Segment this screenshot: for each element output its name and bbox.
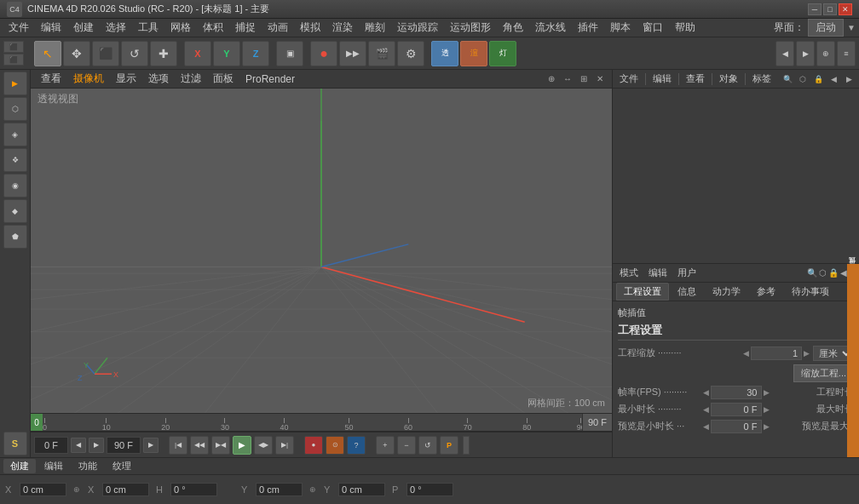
- vp-menu-panel[interactable]: 面板: [208, 71, 239, 87]
- minimize-button[interactable]: ─: [808, 3, 822, 15]
- tab-ref[interactable]: 参考: [749, 283, 783, 301]
- y-axis-button[interactable]: Y: [213, 41, 240, 66]
- mode-icon-3[interactable]: ◀: [840, 268, 847, 278]
- coord-x-value[interactable]: 0 cm: [20, 483, 66, 496]
- vp-menu-view[interactable]: 查看: [36, 71, 66, 87]
- preview-min-inc[interactable]: ▶: [764, 422, 770, 431]
- movie-btn[interactable]: 🎬: [368, 41, 395, 66]
- transport-handle[interactable]: [463, 436, 470, 455]
- startup-button[interactable]: 启动: [808, 19, 844, 37]
- add-keyframe-btn[interactable]: +: [376, 436, 395, 455]
- sidebar-btn-4[interactable]: ❖: [3, 148, 27, 172]
- sidebar-btn-s[interactable]: S: [3, 432, 27, 455]
- go-end-btn[interactable]: ▶|: [275, 436, 294, 455]
- min-time-inc[interactable]: ▶: [764, 405, 770, 414]
- record-btn[interactable]: ●: [310, 41, 337, 66]
- tab-dynamics[interactable]: 动力学: [705, 283, 748, 301]
- vp-icon-1[interactable]: ⊕: [545, 72, 558, 86]
- obj-icon-5[interactable]: ▶: [842, 72, 856, 86]
- vp-menu-options[interactable]: 选项: [143, 71, 174, 87]
- menu-render[interactable]: 渲染: [327, 19, 358, 37]
- vp-icon-close[interactable]: ✕: [593, 72, 607, 86]
- del-keyframe-btn[interactable]: −: [397, 436, 416, 455]
- mode-icon-1[interactable]: ⬡: [819, 268, 827, 278]
- scale-project-btn[interactable]: 缩放工程...: [793, 364, 854, 382]
- coord-y-value[interactable]: 0 cm: [256, 483, 303, 496]
- rotate-tool-button[interactable]: ↺: [121, 41, 148, 66]
- current-frame-display[interactable]: 0 F: [34, 437, 68, 454]
- timeline-track[interactable]: 0 10 20 30 40 50 60 70 80 90: [43, 413, 582, 432]
- menu-motion-track[interactable]: 运动跟踪: [392, 19, 443, 37]
- menu-mesh[interactable]: 网格: [165, 19, 196, 37]
- obj-menu-view[interactable]: 查看: [683, 72, 708, 86]
- perspective-view-btn[interactable]: 透: [431, 41, 458, 66]
- tb-right-btn-4[interactable]: ≡: [837, 41, 856, 66]
- move-tool-button[interactable]: ✥: [63, 41, 90, 66]
- end-frame-display[interactable]: 90 F: [107, 437, 141, 454]
- step-fwd-btn[interactable]: ▶◀: [211, 436, 230, 455]
- object-btn[interactable]: ▣: [276, 41, 303, 66]
- menu-select[interactable]: 选择: [101, 19, 131, 37]
- light-btn[interactable]: 灯: [489, 41, 516, 66]
- menu-window[interactable]: 窗口: [637, 19, 668, 37]
- coord-x2-value[interactable]: 0 cm: [102, 483, 149, 496]
- tab-todo[interactable]: 待办事项: [784, 283, 837, 301]
- step-back-btn[interactable]: ◀◀: [190, 436, 209, 455]
- obj-icon-2[interactable]: ⬡: [796, 72, 810, 86]
- tb-right-btn-2[interactable]: ▶: [796, 41, 815, 66]
- tb-right-btn-3[interactable]: ⊕: [816, 41, 835, 66]
- menu-animate[interactable]: 动画: [262, 19, 293, 37]
- bottom-tab-create[interactable]: 创建: [3, 459, 36, 473]
- menu-sculpt[interactable]: 雕刻: [360, 19, 390, 37]
- fps-dec-btn[interactable]: ◀: [703, 388, 709, 397]
- menu-volume[interactable]: 体积: [198, 19, 228, 37]
- settings-btn[interactable]: ⚙: [397, 41, 424, 66]
- mode-item-mode[interactable]: 模式: [616, 266, 642, 280]
- menu-pipeline[interactable]: 流水线: [530, 19, 571, 37]
- vp-icon-2[interactable]: ↔: [561, 72, 574, 86]
- play-rev-btn[interactable]: ◀▶: [254, 436, 273, 455]
- proj-scale-value[interactable]: 1: [751, 346, 802, 360]
- menu-character[interactable]: 角色: [498, 19, 528, 37]
- z-axis-button[interactable]: Z: [242, 41, 269, 66]
- min-time-dec[interactable]: ◀: [703, 405, 709, 414]
- obj-menu-edit[interactable]: 编辑: [649, 72, 675, 86]
- sidebar-btn-5[interactable]: ◉: [3, 174, 27, 198]
- coord-p-value[interactable]: 0 °: [406, 483, 453, 496]
- record-key-btn[interactable]: ●: [304, 436, 323, 455]
- sidebar-btn-2[interactable]: ⬡: [3, 97, 27, 121]
- menu-script[interactable]: 脚本: [605, 19, 636, 37]
- menu-create[interactable]: 创建: [68, 19, 99, 37]
- fps-inc-btn[interactable]: ▶: [764, 388, 770, 397]
- coord-h-value[interactable]: 0 °: [170, 483, 217, 496]
- menu-edit[interactable]: 编辑: [36, 19, 66, 37]
- key-help-btn[interactable]: ?: [347, 436, 366, 455]
- 3d-viewport[interactable]: Y X Z 透视视图 网格间距：100 cm: [31, 89, 612, 413]
- vp-menu-prorender[interactable]: ProRender: [240, 72, 300, 86]
- mode-item-edit[interactable]: 编辑: [645, 266, 671, 280]
- maximize-button[interactable]: □: [823, 3, 837, 15]
- render-view-btn[interactable]: 渲: [460, 41, 487, 66]
- tb-right-btn-1[interactable]: ◀: [775, 41, 794, 66]
- coord-y2-value[interactable]: 0 cm: [338, 483, 385, 496]
- sync-btn[interactable]: ↺: [418, 436, 437, 455]
- sidebar-btn-7[interactable]: ⬟: [3, 225, 27, 249]
- tab-info[interactable]: 信息: [670, 283, 704, 301]
- select-tool-button[interactable]: ↖: [34, 41, 61, 66]
- frame-fwd-btn[interactable]: ▶: [89, 438, 104, 453]
- obj-icon-3[interactable]: 🔒: [811, 72, 825, 86]
- vp-menu-display[interactable]: 显示: [111, 71, 141, 87]
- obj-search-icon[interactable]: 🔍: [781, 72, 794, 86]
- menu-tools[interactable]: 工具: [133, 19, 164, 37]
- preview-min-value[interactable]: 0 F: [711, 420, 762, 433]
- sidebar-btn-3[interactable]: ◈: [3, 123, 27, 146]
- tab-project-settings[interactable]: 工程设置: [616, 283, 669, 301]
- frame-fwd2-btn[interactable]: ▶: [143, 438, 159, 453]
- sidebar-btn-6[interactable]: ◆: [3, 199, 27, 223]
- mode-item-user[interactable]: 用户: [674, 266, 700, 280]
- menu-simulate[interactable]: 模拟: [295, 19, 326, 37]
- preview-btn[interactable]: P: [440, 436, 458, 455]
- scale-tool-button[interactable]: ⬛: [92, 41, 119, 66]
- x-axis-button[interactable]: X: [184, 41, 211, 66]
- min-time-value[interactable]: 0 F: [711, 403, 762, 416]
